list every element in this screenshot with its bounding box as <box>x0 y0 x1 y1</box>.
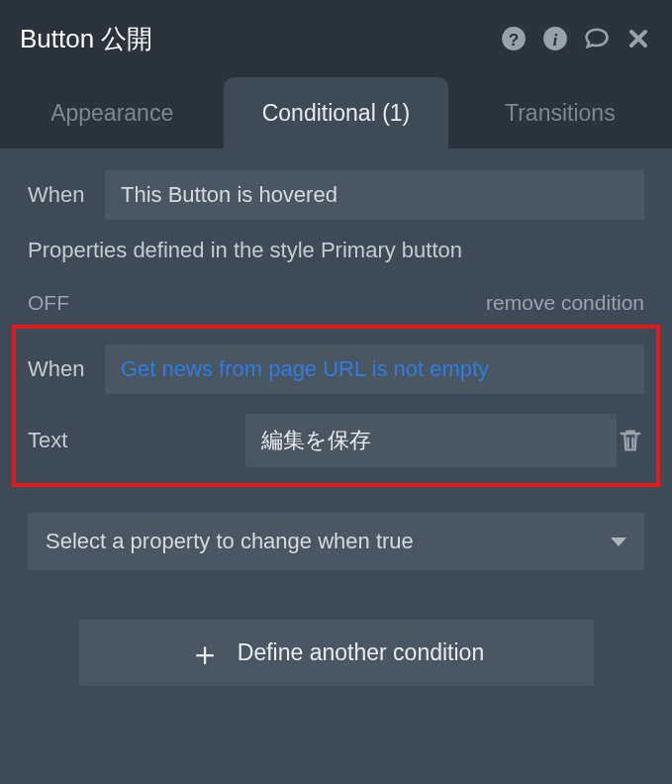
chevron-down-icon <box>611 538 626 546</box>
property-select-dropdown[interactable]: Select a property to change when true <box>28 513 644 570</box>
tab-appearance[interactable]: Appearance <box>0 77 224 148</box>
close-icon[interactable] <box>624 25 652 52</box>
header-icon-group: ? i <box>500 25 652 52</box>
condition-1-row: When This Button is hovered <box>28 170 644 220</box>
text-property-label: Text <box>28 428 245 453</box>
when-label: When <box>28 182 105 208</box>
when-label-2: When <box>28 356 105 382</box>
info-icon[interactable]: i <box>541 25 569 52</box>
remove-condition-link[interactable]: remove condition <box>486 291 644 315</box>
condition-2-status-row: OFF remove condition <box>28 291 644 315</box>
svg-text:?: ? <box>509 30 520 49</box>
highlighted-condition-block: When Get news from page URL is not empty… <box>12 325 660 487</box>
style-inheritance-note: Properties defined in the style Primary … <box>28 238 644 263</box>
define-another-condition-label: Define another condition <box>238 639 484 666</box>
plus-icon: ＋ <box>188 643 222 663</box>
condition-2-expression[interactable]: Get news from page URL is not empty <box>105 344 644 394</box>
content-area: When This Button is hovered Properties d… <box>0 148 672 686</box>
trash-icon[interactable] <box>617 427 644 454</box>
tab-transitions[interactable]: Transitions <box>448 77 672 148</box>
comment-icon[interactable] <box>583 25 611 52</box>
property-select-placeholder: Select a property to change when true <box>46 529 414 554</box>
help-icon[interactable]: ? <box>500 25 528 52</box>
property-editor-panel: Button 公開 ? i Appearance Conditional (1)… <box>0 0 672 784</box>
define-another-condition-button[interactable]: ＋ Define another condition <box>79 620 594 686</box>
svg-text:i: i <box>553 31 558 49</box>
condition-2-row: When Get news from page URL is not empty <box>28 344 644 394</box>
text-property-row: Text 編集を保存 <box>28 414 644 467</box>
panel-header: Button 公開 ? i <box>0 0 672 77</box>
panel-title: Button 公開 <box>20 22 500 56</box>
condition-1-expression[interactable]: This Button is hovered <box>105 170 644 220</box>
tab-bar: Appearance Conditional (1) Transitions <box>0 77 672 148</box>
text-property-input[interactable]: 編集を保存 <box>245 414 617 467</box>
condition-status-off[interactable]: OFF <box>28 291 69 315</box>
tab-conditional[interactable]: Conditional (1) <box>224 77 447 148</box>
